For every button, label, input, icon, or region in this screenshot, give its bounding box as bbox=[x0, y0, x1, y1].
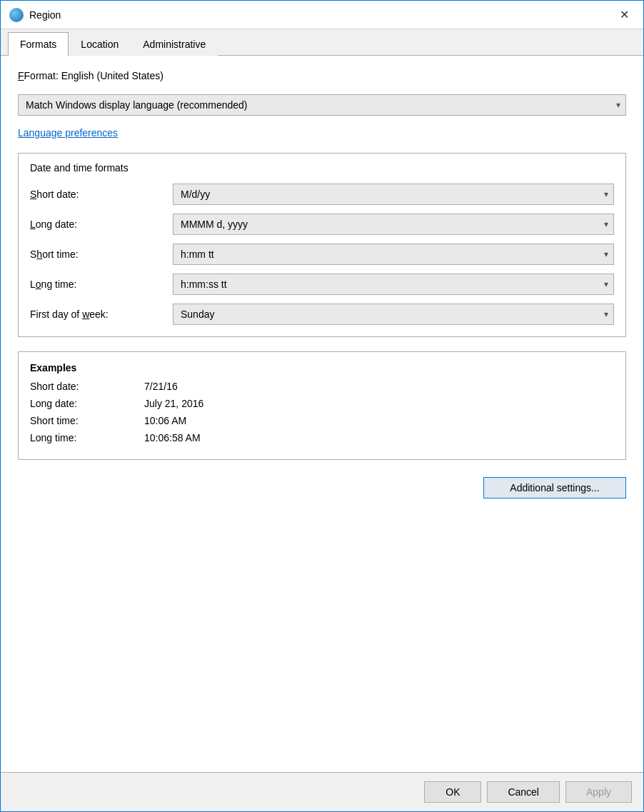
example-short-date-value: 7/21/16 bbox=[144, 381, 178, 392]
short-date-label: Short date: bbox=[30, 189, 173, 200]
cancel-button[interactable]: Cancel bbox=[487, 781, 560, 803]
long-time-dropdown[interactable]: h:mm:ss tt bbox=[173, 274, 614, 295]
example-long-time-value: 10:06:58 AM bbox=[144, 432, 201, 443]
example-long-date-value: July 21, 2016 bbox=[144, 398, 203, 409]
additional-settings-area: Additional settings... bbox=[18, 477, 626, 498]
tab-formats[interactable]: Formats bbox=[8, 32, 69, 56]
language-preferences-link[interactable]: Language preferences bbox=[18, 127, 626, 139]
long-time-dropdown-wrapper: h:mm:ss tt ▾ bbox=[173, 274, 614, 295]
short-time-dropdown-wrapper: h:mm tt ▾ bbox=[173, 244, 614, 265]
first-day-label: First day of week: bbox=[30, 309, 173, 320]
first-day-row: First day of week: Sunday ▾ bbox=[30, 304, 614, 325]
long-date-row: Long date: MMMM d, yyyy ▾ bbox=[30, 214, 614, 235]
additional-settings-button[interactable]: Additional settings... bbox=[483, 477, 626, 498]
tab-location[interactable]: Location bbox=[69, 32, 131, 56]
short-time-row: Short time: h:mm tt ▾ bbox=[30, 244, 614, 265]
example-long-time: Long time: 10:06:58 AM bbox=[30, 432, 614, 443]
main-content: FFormat: English (United States) Match W… bbox=[1, 56, 643, 772]
format-dropdown[interactable]: Match Windows display language (recommen… bbox=[18, 94, 626, 116]
short-time-label: Short time: bbox=[30, 249, 173, 260]
example-short-date: Short date: 7/21/16 bbox=[30, 381, 614, 392]
globe-icon bbox=[9, 8, 24, 22]
format-label: FFormat: English (United States) bbox=[18, 70, 626, 81]
close-button[interactable]: ✕ bbox=[613, 4, 635, 26]
long-date-dropdown-wrapper: MMMM d, yyyy ▾ bbox=[173, 214, 614, 235]
example-long-time-label: Long time: bbox=[30, 432, 144, 443]
example-short-date-label: Short date: bbox=[30, 381, 144, 392]
format-dropdown-wrapper: Match Windows display language (recommen… bbox=[18, 94, 626, 116]
first-day-dropdown-wrapper: Sunday ▾ bbox=[173, 304, 614, 325]
date-time-section: Date and time formats Short date: M/d/yy… bbox=[18, 153, 626, 337]
examples-title: Examples bbox=[30, 362, 614, 374]
long-date-dropdown[interactable]: MMMM d, yyyy bbox=[173, 214, 614, 235]
example-long-date: Long date: July 21, 2016 bbox=[30, 398, 614, 409]
short-date-dropdown[interactable]: M/d/yy bbox=[173, 184, 614, 205]
tab-administrative[interactable]: Administrative bbox=[131, 32, 218, 56]
example-short-time-label: Short time: bbox=[30, 415, 144, 426]
region-dialog: Region ✕ Formats Location Administrative… bbox=[0, 0, 644, 812]
short-date-row: Short date: M/d/yy ▾ bbox=[30, 184, 614, 205]
long-time-row: Long time: h:mm:ss tt ▾ bbox=[30, 274, 614, 295]
example-long-date-label: Long date: bbox=[30, 398, 144, 409]
title-bar: Region ✕ bbox=[1, 1, 643, 29]
example-short-time-value: 10:06 AM bbox=[144, 415, 186, 426]
tab-bar: Formats Location Administrative bbox=[1, 32, 643, 56]
long-date-label: Long date: bbox=[30, 219, 173, 230]
bottom-bar: OK Cancel Apply bbox=[1, 772, 643, 811]
title-bar-left: Region bbox=[9, 8, 61, 22]
short-date-dropdown-wrapper: M/d/yy ▾ bbox=[173, 184, 614, 205]
date-time-section-title: Date and time formats bbox=[30, 162, 614, 174]
apply-button[interactable]: Apply bbox=[565, 781, 632, 803]
short-time-dropdown[interactable]: h:mm tt bbox=[173, 244, 614, 265]
examples-section: Examples Short date: 7/21/16 Long date: … bbox=[18, 351, 626, 460]
window-title: Region bbox=[29, 9, 61, 21]
example-short-time: Short time: 10:06 AM bbox=[30, 415, 614, 426]
ok-button[interactable]: OK bbox=[424, 781, 481, 803]
long-time-label: Long time: bbox=[30, 279, 173, 290]
first-day-dropdown[interactable]: Sunday bbox=[173, 304, 614, 325]
